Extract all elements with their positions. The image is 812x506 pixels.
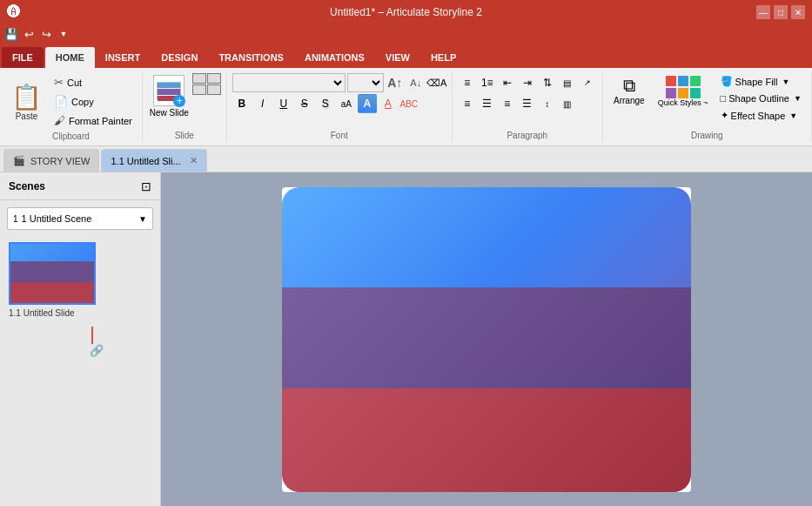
maximize-button[interactable]: □ <box>774 5 788 19</box>
layout-row-1 <box>192 73 221 84</box>
swatch-teal <box>690 88 701 98</box>
link-icon[interactable]: 🔗 <box>90 344 160 357</box>
ribbon-tabs: FILE HOME INSERT DESIGN TRANSITIONS ANIM… <box>0 44 812 68</box>
shape-fill-dropdown[interactable]: ▼ <box>782 78 789 86</box>
clipboard-small-buttons: ✂ Cut 📄 Copy 🖌 Format Painter <box>50 73 137 130</box>
font-color-button[interactable]: A <box>379 94 398 113</box>
indent-decrease-button[interactable]: ⇤ <box>498 73 517 92</box>
font-group-content: A↑ A↓ ⌫A B I U S S aA A A ABC <box>232 73 446 129</box>
align-center-button[interactable]: ☰ <box>478 94 497 113</box>
quick-access-dropdown[interactable]: ▼ <box>56 26 71 42</box>
tab-file[interactable]: FILE <box>2 47 44 68</box>
save-button[interactable]: 💾 <box>3 26 19 42</box>
canvas-shape-red[interactable] <box>282 388 691 492</box>
thumb-purple-section <box>10 261 94 282</box>
tab-insert[interactable]: INSERT <box>95 47 151 68</box>
paste-label: Paste <box>16 111 38 121</box>
shape-outline-dropdown[interactable]: ▼ <box>794 94 802 103</box>
align-left-button[interactable]: ≡ <box>458 94 477 113</box>
tab-story-view[interactable]: 🎬 STORY VIEW <box>3 149 99 172</box>
ribbon-group-font: A↑ A↓ ⌫A B I U S S aA A A ABC Font <box>227 71 453 142</box>
cut-button[interactable]: ✂ Cut <box>50 73 137 91</box>
quick-styles-label: Quick Styles ~ <box>658 98 708 107</box>
underline-button[interactable]: U <box>274 94 293 113</box>
columns2-button[interactable]: ▥ <box>558 94 577 113</box>
copy-button[interactable]: 📄 Copy <box>50 92 137 111</box>
case-button[interactable]: aA <box>337 94 356 113</box>
slide-view-close[interactable]: ✕ <box>190 155 198 166</box>
shape-effect-button[interactable]: ✦ Effect Shape ▼ <box>716 107 806 124</box>
scene-dropdown[interactable]: 1 1 Untitled Scene ▼ <box>7 207 153 230</box>
layout-icon-3[interactable] <box>192 84 206 95</box>
swatch-blue <box>678 76 688 86</box>
close-button[interactable]: ✕ <box>791 5 805 19</box>
new-slide-button[interactable]: + New Slide <box>148 73 191 119</box>
undo-button[interactable]: ↩ <box>21 26 37 42</box>
tab-help[interactable]: HELP <box>420 47 466 68</box>
swatch-red <box>666 76 676 86</box>
font-family-select[interactable] <box>232 73 346 92</box>
clipboard-content: 📋 Paste ✂ Cut 📄 Copy 🖌 Format Painter <box>5 73 137 130</box>
clear-format-button[interactable]: ⌫A <box>427 73 446 92</box>
layout-icon-2[interactable] <box>207 73 221 84</box>
shadow-button[interactable]: S <box>316 94 335 113</box>
align-right-button[interactable]: ≡ <box>498 94 517 113</box>
title-bar: 🅐 Untitled1* – Articulate Storyline 2 — … <box>0 0 812 24</box>
tab-transitions[interactable]: TRANSITIONS <box>208 47 294 68</box>
left-panel: Scenes ⊡ 1 1 Untitled Scene ▼ 1.1 Untitl… <box>0 172 161 506</box>
shape-effect-dropdown[interactable]: ▼ <box>789 111 797 120</box>
tab-design[interactable]: DESIGN <box>151 47 208 68</box>
paragraph-dialog-button[interactable]: ↗ <box>578 73 597 92</box>
scenes-expand-icon[interactable]: ⊡ <box>141 179 151 193</box>
canvas-shape-blue[interactable] <box>282 187 691 288</box>
indent-increase-button[interactable]: ⇥ <box>518 73 537 92</box>
swatch-purple <box>666 88 676 98</box>
arrange-button[interactable]: ⧉ Arrange <box>608 73 650 108</box>
shape-fill-button[interactable]: 🪣 Shape Fill ▼ <box>716 73 806 90</box>
minimize-button[interactable]: — <box>756 5 770 19</box>
align-justify-button[interactable]: ☰ <box>518 94 537 113</box>
new-slide-plus-icon: + <box>173 95 185 107</box>
format-painter-button[interactable]: 🖌 Format Painter <box>50 111 137 130</box>
quick-styles-button[interactable]: Quick Styles ~ <box>654 73 713 110</box>
highlight-button[interactable]: A <box>358 94 377 113</box>
spell-check-button[interactable]: ABC <box>399 94 419 113</box>
layout-icon-1[interactable] <box>192 73 206 84</box>
tab-animations[interactable]: ANIMATIONS <box>294 47 375 68</box>
quick-styles-row2 <box>666 88 701 98</box>
bullets-button[interactable]: ≡ <box>458 73 477 92</box>
redo-button[interactable]: ↪ <box>38 26 54 42</box>
numbering-button[interactable]: 1≡ <box>478 73 497 92</box>
scenes-title: Scenes <box>9 180 45 192</box>
shape-fill-label: Shape Fill <box>735 77 778 87</box>
bold-button[interactable]: B <box>232 94 252 113</box>
layout-icon-4[interactable] <box>207 84 221 95</box>
tab-view[interactable]: VIEW <box>375 47 420 68</box>
story-view-label: STORY VIEW <box>30 156 90 166</box>
title-bar-left: 🅐 <box>7 4 21 20</box>
columns-button[interactable]: ▤ <box>558 73 577 92</box>
direction-button[interactable]: ⇅ <box>538 73 557 92</box>
canvas-area[interactable] <box>161 172 812 506</box>
thumb-red-section <box>10 282 94 303</box>
ribbon-group-paragraph: ≡ 1≡ ⇤ ⇥ ⇅ ▤ ↗ ≡ ☰ ≡ ☰ ↕ ▥ Paragraph <box>453 71 603 142</box>
line-spacing-button[interactable]: ↕ <box>538 94 557 113</box>
shape-outline-button[interactable]: □ Shape Outline ▼ <box>716 91 806 106</box>
paste-button[interactable]: 📋 Paste <box>5 78 48 125</box>
strikethrough-button[interactable]: S <box>295 94 314 113</box>
cut-label: Cut <box>67 78 82 88</box>
canvas-shape-purple[interactable] <box>282 287 691 388</box>
quick-access-toolbar: 💾 ↩ ↪ ▼ <box>0 24 812 44</box>
slide-view-label: 1.1 Untitled Sli... <box>111 156 180 166</box>
slide-thumb-content <box>10 244 94 303</box>
font-size-select[interactable] <box>347 73 384 92</box>
italic-button[interactable]: I <box>253 94 272 113</box>
ribbon-group-slide: + New Slide Slide <box>143 71 227 142</box>
drawing-group-content: ⧉ Arrange Quick Styles ~ <box>608 73 806 131</box>
thumb-blue-section <box>10 244 94 261</box>
tab-home[interactable]: HOME <box>45 47 95 68</box>
slide-thumbnail[interactable] <box>9 242 96 305</box>
tab-slide-view[interactable]: 1.1 Untitled Sli... ✕ <box>101 149 206 172</box>
increase-font-button[interactable]: A↑ <box>386 73 405 92</box>
decrease-font-button[interactable]: A↓ <box>406 73 426 92</box>
